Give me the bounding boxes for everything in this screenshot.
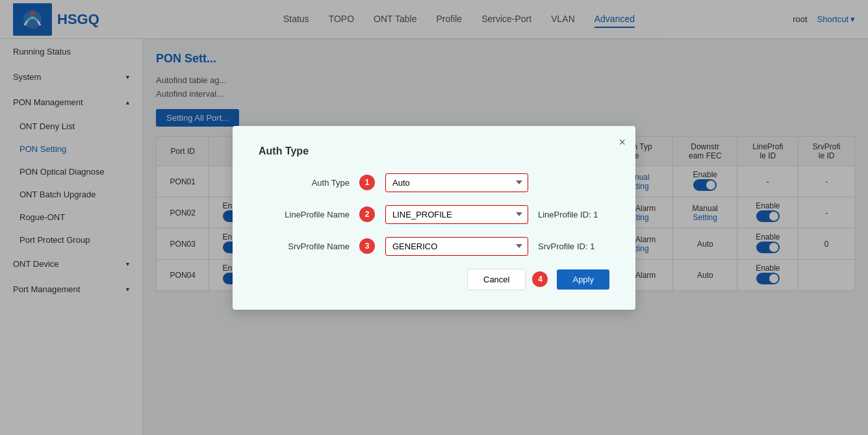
srv-profile-select[interactable]: GENERICO — [385, 237, 528, 256]
modal-title: Auth Type — [259, 145, 609, 157]
line-profile-row: LineProfile Name 2 LINE_PROFILE LineProf… — [259, 205, 609, 224]
modal-overlay: Auth Type × Auth Type 1 Auto Manual Phys… — [0, 0, 868, 435]
step-2-badge: 2 — [359, 206, 375, 222]
step-3-badge: 3 — [359, 238, 375, 254]
modal-close-button[interactable]: × — [619, 136, 626, 149]
auth-type-select[interactable]: Auto Manual Physical-ID Logical-ID — [385, 173, 528, 192]
line-profile-select[interactable]: LINE_PROFILE — [385, 205, 528, 224]
modal-footer: Cancel 4 Apply — [259, 269, 609, 290]
line-profile-id-label: LineProfile ID: 1 — [538, 210, 598, 219]
step-4-badge: 4 — [532, 271, 548, 287]
step-1-badge: 1 — [359, 175, 375, 190]
auth-type-modal: Auth Type × Auth Type 1 Auto Manual Phys… — [233, 126, 635, 310]
cancel-button[interactable]: Cancel — [467, 269, 526, 290]
auth-type-label: Auth Type — [259, 178, 350, 188]
auth-type-row: Auth Type 1 Auto Manual Physical-ID Logi… — [259, 173, 609, 192]
srv-profile-label: SrvProfile Name — [259, 242, 350, 251]
apply-button[interactable]: Apply — [557, 269, 609, 290]
line-profile-label: LineProfile Name — [259, 210, 350, 219]
srv-profile-row: SrvProfile Name 3 GENERICO SrvProfile ID… — [259, 237, 609, 256]
srv-profile-id-label: SrvProfile ID: 1 — [538, 242, 594, 251]
